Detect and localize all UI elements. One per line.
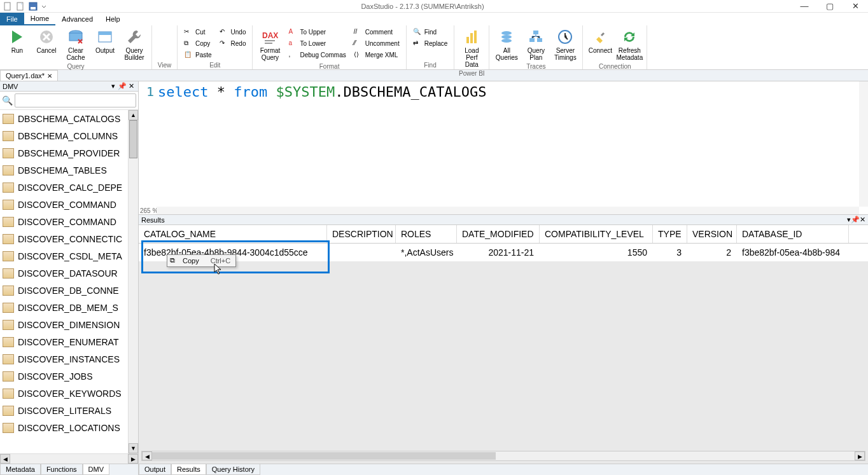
run-button[interactable]: Run bbox=[4, 27, 31, 55]
format-query-button[interactable]: DAX Format Query bbox=[256, 27, 283, 62]
doc-tab-query1[interactable]: Query1.dax* ✕ bbox=[0, 70, 58, 81]
list-item[interactable]: DBSCHEMA_PROVIDER bbox=[0, 144, 128, 162]
tab-metadata[interactable]: Metadata bbox=[0, 464, 41, 475]
refresh-metadata-button[interactable]: Refresh Metadata bbox=[616, 27, 643, 62]
to-upper-button[interactable]: ATo Upper bbox=[286, 27, 348, 38]
list-item[interactable]: DISCOVER_CONNECTIC bbox=[0, 230, 128, 247]
paste-button[interactable]: 📋Paste bbox=[181, 50, 214, 60]
qat-dropdown-icon[interactable] bbox=[41, 1, 51, 11]
list-item[interactable]: DBSCHEMA_CATALOGS bbox=[0, 110, 128, 127]
list-item[interactable]: DISCOVER_INSTANCES bbox=[0, 350, 128, 368]
results-hscroll[interactable]: ◀ ▶ bbox=[141, 451, 865, 461]
list-item-label: DISCOVER_LOCATIONS bbox=[18, 423, 120, 433]
cancel-button[interactable]: Cancel bbox=[33, 27, 60, 55]
scroll-right-icon[interactable]: ▶ bbox=[855, 451, 865, 460]
panel-pin-icon[interactable]: 📌 bbox=[118, 82, 127, 90]
close-icon[interactable]: ✕ bbox=[47, 72, 52, 79]
query-plan-button[interactable]: Query Plan bbox=[522, 27, 549, 62]
tab-dmv[interactable]: DMV bbox=[83, 464, 109, 475]
connect-button[interactable]: Connect bbox=[587, 27, 613, 55]
scroll-up-icon[interactable]: ▲ bbox=[129, 110, 138, 120]
list-item[interactable]: DBSCHEMA_COLUMNS bbox=[0, 127, 128, 144]
scroll-thumb[interactable] bbox=[129, 120, 137, 158]
col-database-id[interactable]: DATABASE_ID bbox=[737, 225, 849, 243]
panel-dropdown-icon[interactable]: ▾ bbox=[109, 82, 118, 90]
load-perf-button[interactable]: Load Perf Data bbox=[458, 27, 485, 69]
dmv-scrollbar[interactable]: ▲ ▼ bbox=[128, 110, 138, 453]
col-compat-level[interactable]: COMPATIBILITY_LEVEL bbox=[540, 225, 653, 243]
list-item[interactable]: DISCOVER_KEYWORDS bbox=[0, 385, 128, 402]
copy-button[interactable]: ⧉Copy bbox=[181, 38, 214, 49]
editor-vscroll[interactable] bbox=[859, 81, 868, 207]
tab-home[interactable]: Home bbox=[24, 13, 55, 25]
tab-output[interactable]: Output bbox=[139, 464, 171, 475]
scroll-right-icon[interactable]: ▶ bbox=[128, 454, 138, 464]
col-catalog-name[interactable]: CATALOG_NAME bbox=[139, 225, 327, 243]
list-item[interactable]: DISCOVER_JOBS bbox=[0, 368, 128, 385]
tab-advanced[interactable]: Advanced bbox=[55, 13, 99, 25]
query-builder-button[interactable]: Query Builder bbox=[121, 27, 148, 62]
list-item[interactable]: DISCOVER_DB_MEM_S bbox=[0, 299, 128, 316]
code-content[interactable]: select * from $SYSTEM.DBSCHEMA_CATALOGS bbox=[158, 81, 859, 205]
col-version[interactable]: VERSION bbox=[687, 225, 737, 243]
list-item[interactable]: DISCOVER_CSDL_META bbox=[0, 247, 128, 265]
tab-help[interactable]: Help bbox=[99, 13, 127, 25]
table-row[interactable]: f3be82bf-05ea-4b8b-9844-3004c1d55cce *,A… bbox=[139, 244, 868, 261]
minimize-button[interactable]: — bbox=[792, 0, 817, 13]
uncomment-icon: ⁄⁄ bbox=[354, 39, 363, 48]
save-icon[interactable] bbox=[28, 1, 38, 11]
context-copy[interactable]: ⧉ Copy Ctrl+C bbox=[167, 255, 235, 266]
clear-cache-button[interactable]: Clear Cache bbox=[62, 27, 89, 62]
list-item[interactable]: DISCOVER_DIMENSION bbox=[0, 316, 128, 333]
output-button[interactable]: Output bbox=[92, 27, 118, 55]
close-button[interactable]: ✕ bbox=[843, 0, 868, 13]
col-date-modified[interactable]: DATE_MODIFIED bbox=[457, 225, 540, 243]
scroll-left-icon[interactable]: ◀ bbox=[142, 451, 152, 460]
undo-button[interactable]: ↶Undo bbox=[217, 27, 249, 38]
replace-button[interactable]: ⇄Replace bbox=[410, 38, 451, 49]
uncomment-button[interactable]: ⁄⁄Uncomment bbox=[351, 38, 402, 49]
list-item[interactable]: DISCOVER_DB_CONNE bbox=[0, 282, 128, 299]
list-item[interactable]: DISCOVER_LITERALS bbox=[0, 402, 128, 419]
col-roles[interactable]: ROLES bbox=[396, 225, 457, 243]
tab-file[interactable]: File bbox=[0, 13, 24, 25]
cut-button[interactable]: ✂Cut bbox=[181, 27, 214, 38]
maximize-button[interactable]: ▢ bbox=[817, 0, 843, 13]
to-lower-button[interactable]: aTo Lower bbox=[286, 38, 348, 49]
tab-results[interactable]: Results bbox=[171, 464, 206, 475]
redo-button[interactable]: ↷Redo bbox=[217, 38, 249, 49]
panel-close-icon[interactable]: ✕ bbox=[127, 82, 136, 90]
list-item[interactable]: DISCOVER_CALC_DEPE bbox=[0, 179, 128, 196]
scroll-thumb[interactable] bbox=[152, 452, 496, 460]
search-icon: 🔍 bbox=[2, 95, 13, 106]
server-timings-button[interactable]: Server Timings bbox=[552, 27, 578, 62]
comment-button[interactable]: //Comment bbox=[351, 27, 402, 38]
dmv-search-input[interactable] bbox=[15, 93, 136, 107]
list-item[interactable]: DISCOVER_LOCATIONS bbox=[0, 419, 128, 436]
debug-commas-button[interactable]: ,Debug Commas bbox=[286, 50, 348, 60]
dmv-hscroll[interactable]: ◀ ▶ bbox=[0, 453, 138, 464]
col-type[interactable]: TYPE bbox=[653, 225, 687, 243]
list-item[interactable]: DISCOVER_DATASOUR bbox=[0, 265, 128, 282]
tab-query-history[interactable]: Query History bbox=[206, 464, 260, 475]
scroll-left-icon[interactable]: ◀ bbox=[0, 454, 10, 464]
tab-functions[interactable]: Functions bbox=[41, 464, 83, 475]
list-item[interactable]: DBSCHEMA_TABLES bbox=[0, 162, 128, 179]
col-description[interactable]: DESCRIPTION bbox=[327, 225, 396, 243]
find-button[interactable]: 🔍Find bbox=[410, 27, 451, 38]
play-icon bbox=[8, 28, 26, 46]
list-item[interactable]: DISCOVER_COMMAND bbox=[0, 213, 128, 230]
results-pin-icon[interactable]: 📌 bbox=[851, 216, 860, 224]
list-item[interactable]: DISCOVER_ENUMERAT bbox=[0, 333, 128, 350]
new-doc-icon[interactable] bbox=[3, 1, 13, 11]
svg-rect-0 bbox=[4, 3, 10, 10]
all-queries-button[interactable]: All Queries bbox=[493, 27, 520, 62]
merge-xml-button[interactable]: ⟨⟩Merge XML bbox=[351, 50, 402, 60]
code-editor[interactable]: 1 select * from $SYSTEM.DBSCHEMA_CATALOG… bbox=[139, 81, 868, 215]
new-query-icon[interactable] bbox=[15, 1, 25, 11]
list-item[interactable]: DISCOVER_COMMAND bbox=[0, 196, 128, 213]
results-close-icon[interactable]: ✕ bbox=[860, 216, 865, 224]
up-icon: A bbox=[288, 28, 297, 37]
scroll-down-icon[interactable]: ▼ bbox=[129, 443, 138, 453]
editor-hscroll[interactable] bbox=[157, 207, 859, 214]
